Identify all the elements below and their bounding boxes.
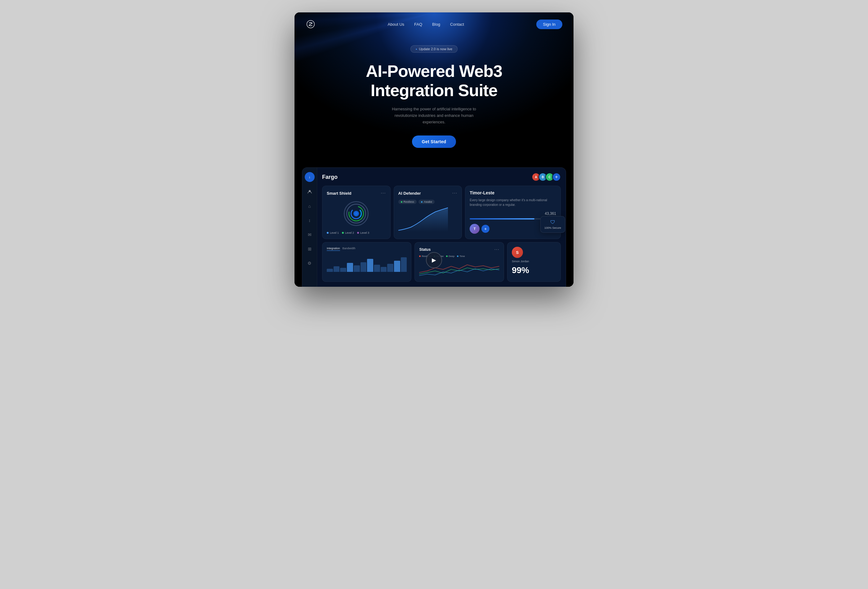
nav-contact[interactable]: Contact: [450, 22, 464, 27]
bar-1: [327, 269, 333, 272]
tag-awake: Awake: [418, 200, 435, 204]
smart-shield-title: Smart Shield: [327, 191, 351, 196]
stat-name: Simon Jordan: [512, 260, 556, 263]
sidebar-arrow-icon[interactable]: ⌂: [306, 202, 314, 211]
nav-links: About Us FAQ Blog Contact: [388, 22, 464, 27]
secure-badge: 🛡 100% Secure: [540, 216, 565, 233]
add-avatar-button[interactable]: +: [552, 173, 561, 182]
integration-chart: [327, 253, 407, 272]
sidebar-user-icon[interactable]: [306, 187, 314, 196]
timor-number: 43,361: [469, 211, 556, 216]
sidebar-download-icon[interactable]: ↓: [305, 172, 314, 182]
sign-in-button[interactable]: Sign In: [536, 19, 562, 29]
play-button[interactable]: ▶: [426, 252, 442, 268]
update-badge: Update 2.0 is now live: [410, 45, 458, 53]
legend-level3: Level 3: [357, 231, 369, 234]
card-legend: Level 1 Level 2 Level 3: [327, 231, 386, 234]
browser-window: About Us FAQ Blog Contact Sign In Update…: [294, 12, 574, 287]
dashboard-inner: ↓ ⌂ ↕ ✉ ⊞ ⚙: [302, 168, 566, 287]
hero-section: About Us FAQ Blog Contact Sign In Update…: [294, 12, 574, 167]
sidebar-grid-icon[interactable]: ⊞: [306, 245, 314, 253]
smart-shield-card: Smart Shield ···: [322, 186, 391, 239]
bar-8: [374, 265, 380, 272]
shield-visual: [327, 200, 386, 227]
nav-blog[interactable]: Blog: [432, 22, 440, 27]
legend-dot-2: [342, 232, 344, 234]
status-dot-time: [457, 255, 459, 257]
stat-avatar: S: [512, 247, 523, 258]
bar-5: [354, 265, 360, 272]
nav-faq[interactable]: FAQ: [414, 22, 422, 27]
navbar: About Us FAQ Blog Contact Sign In: [294, 12, 574, 36]
timor-add-button[interactable]: +: [481, 225, 490, 233]
tab-bandwidth[interactable]: Bandwidth: [342, 247, 356, 251]
timor-title: Timor-Leste: [469, 190, 556, 195]
ai-defender-title: AI Defender: [399, 191, 421, 196]
concentric-rings: [344, 201, 369, 226]
ai-defender-menu[interactable]: ···: [452, 190, 457, 196]
bar-11: [394, 261, 400, 272]
bar-3: [340, 268, 346, 272]
integration-tabs: Integration Bandwidth: [327, 247, 407, 251]
integration-card: Integration Bandwidth: [322, 242, 411, 282]
bar-7: [367, 259, 373, 272]
bar-6: [360, 262, 367, 272]
legend-dot-3: [357, 232, 359, 234]
dashboard-header: Fargo A B C +: [322, 173, 561, 182]
big-stat-card: S Simon Jordan 99%: [507, 242, 561, 282]
big-percent: 99%: [512, 265, 556, 275]
timor-description: Every large design company whether it's …: [469, 198, 556, 207]
status-header: Status ···: [419, 247, 499, 252]
sidebar-chart-icon[interactable]: ↕: [306, 216, 314, 225]
bar-4: [347, 263, 353, 272]
hero-content: Update 2.0 is now live AI-Powered Web3 I…: [294, 36, 574, 163]
status-title: Status: [419, 247, 431, 252]
smart-shield-menu[interactable]: ···: [381, 190, 386, 196]
ai-defender-chart: [399, 207, 458, 232]
status-dot-deep: [446, 255, 448, 257]
dashboard-container: ↓ ⌂ ↕ ✉ ⊞ ⚙: [302, 167, 566, 287]
cards-grid-top: Smart Shield ···: [322, 186, 561, 239]
nav-about[interactable]: About Us: [388, 22, 404, 27]
avatar-group: A B C +: [531, 173, 561, 182]
dashboard-main: Fargo A B C + Smart Shield: [317, 168, 566, 287]
secure-text: 100% Secure: [544, 226, 561, 229]
tab-integration[interactable]: Integration: [327, 247, 340, 251]
hero-subtitle: Harnessing the power of artificial intel…: [391, 106, 477, 125]
hero-title: AI-Powered Web3 Integration Suite: [301, 61, 567, 100]
ai-defender-card: AI Defender ··· Restless Awak: [394, 186, 462, 239]
status-menu[interactable]: ···: [495, 247, 499, 252]
get-started-button[interactable]: Get Started: [412, 136, 456, 148]
legend-level2: Level 2: [342, 231, 354, 234]
legend-level1: Level 1: [327, 231, 339, 234]
status-dot-restless: [419, 255, 421, 257]
dashboard-section: ↓ ⌂ ↕ ✉ ⊞ ⚙: [294, 167, 574, 287]
tag-dot-restless: [401, 201, 402, 203]
tag-dot-awake: [421, 201, 422, 203]
secure-shield-icon: 🛡: [544, 220, 561, 225]
status-deep: Deep: [446, 255, 455, 258]
tag-restless: Restless: [399, 200, 417, 204]
timor-avatar: T: [469, 224, 480, 234]
ai-defender-tags: Restless Awake: [399, 200, 458, 204]
bar-10: [387, 264, 393, 272]
legend-dot-1: [327, 232, 329, 234]
ai-defender-header: AI Defender ···: [399, 190, 458, 196]
status-time: Time: [457, 255, 465, 258]
bar-2: [334, 266, 340, 272]
sidebar: ↓ ⌂ ↕ ✉ ⊞ ⚙: [302, 168, 317, 287]
sidebar-mail-icon[interactable]: ✉: [306, 230, 314, 239]
sidebar-settings-icon[interactable]: ⚙: [306, 259, 314, 267]
bar-12: [401, 257, 407, 272]
logo: [306, 19, 316, 29]
bar-9: [381, 267, 387, 272]
progress-fill: [469, 218, 534, 220]
dashboard-title: Fargo: [322, 174, 338, 180]
smart-shield-header: Smart Shield ···: [327, 190, 386, 196]
